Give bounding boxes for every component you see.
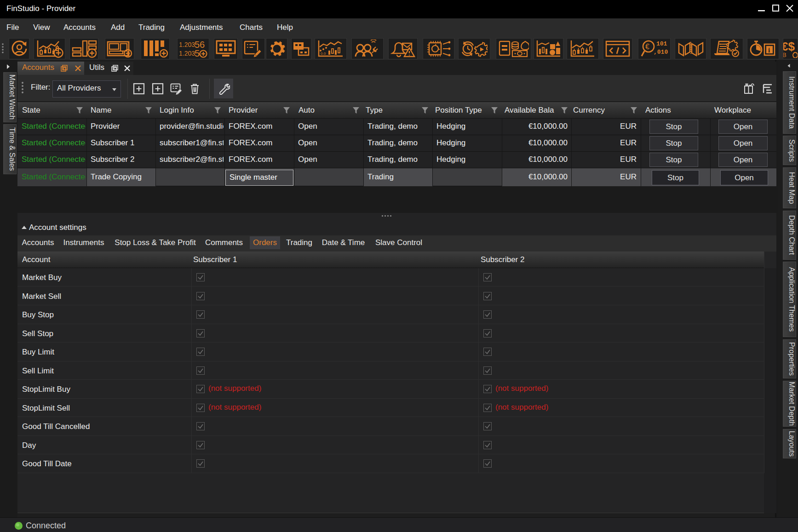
svg-text:0.0: 0.0 — [321, 51, 326, 56]
svg-text:B: B — [783, 51, 786, 58]
svg-text:5: 5 — [195, 48, 200, 58]
svg-text:1.203: 1.203 — [179, 41, 195, 48]
svg-text:i: i — [768, 46, 770, 54]
svg-text:101: 101 — [656, 40, 667, 47]
svg-text:,010: ,010 — [654, 49, 668, 56]
svg-text:1.203: 1.203 — [179, 50, 195, 57]
svg-text:€: € — [645, 43, 649, 51]
